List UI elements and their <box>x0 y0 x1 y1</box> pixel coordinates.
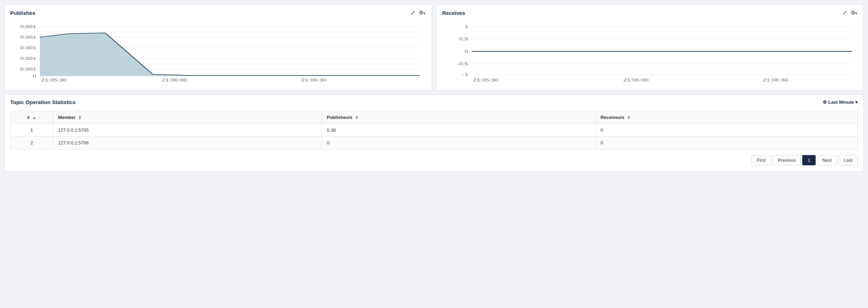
pagination: First Previous 1 Next Last <box>10 155 858 165</box>
col-header-member[interactable]: Member ⇕ <box>53 111 322 124</box>
publishes-gear-icon[interactable]: ⚙▾ <box>418 9 426 17</box>
svg-text:0.001: 0.001 <box>20 67 36 71</box>
cell-member: 127.0.0.1:5706 <box>53 137 322 149</box>
receives-gear-icon[interactable]: ⚙▾ <box>850 9 858 17</box>
receives-expand-icon[interactable]: ⤢ <box>842 9 848 17</box>
col-header-num[interactable]: # ▲ <box>11 111 53 124</box>
svg-text:0: 0 <box>465 49 468 53</box>
stats-panel: Topic Operation Statistics ⚙ Last Minute… <box>4 95 864 171</box>
cell-receives: 0 <box>595 124 857 137</box>
publishes-chart-title: Publishes <box>10 10 35 16</box>
previous-button[interactable]: Previous <box>772 155 801 165</box>
svg-text:21:06:00: 21:06:00 <box>623 78 649 82</box>
col-receives-sort-icon: ⇕ <box>627 115 630 120</box>
stats-panel-title: Topic Operation Statistics <box>10 99 76 105</box>
svg-text:0: 0 <box>33 74 36 78</box>
receives-svg: 1 0.5 0 -0.5 -1 21:05:30 21:06:00 21:06:… <box>442 19 858 83</box>
first-button[interactable]: First <box>752 155 771 165</box>
publishes-chart-panel: Publishes ⤢ ⚙▾ 0.001 0.001 0.001 <box>4 4 432 90</box>
last-minute-button[interactable]: ⚙ Last Minute ▾ <box>823 99 858 105</box>
svg-text:-0.5: -0.5 <box>457 62 468 66</box>
table-row: 2 127.0.0.1:5706 0 0 <box>11 137 858 149</box>
cell-receives: 0 <box>595 137 857 149</box>
col-header-publishes[interactable]: Publishes/s ⇕ <box>322 111 596 124</box>
current-page-button[interactable]: 1 <box>802 155 815 165</box>
svg-text:1: 1 <box>465 24 468 29</box>
svg-text:21:06:30: 21:06:30 <box>301 78 327 82</box>
last-minute-dropdown-icon: ▾ <box>855 99 858 105</box>
last-minute-label: Last Minute <box>828 99 854 105</box>
stats-table: # ▲ Member ⇕ Publishes/s ⇕ Receives/s ⇕ <box>10 111 858 149</box>
next-button[interactable]: Next <box>817 155 837 165</box>
col-num-sort-icon: ▲ <box>32 115 36 120</box>
cell-member: 127.0.0.1:5705 <box>53 124 322 137</box>
svg-text:0.5: 0.5 <box>459 37 468 41</box>
cell-publishes: 0 <box>322 137 596 149</box>
cell-num: 2 <box>11 137 53 149</box>
receives-chart-panel: Receives ⤢ ⚙▾ 1 0.5 0 -0.5 <box>436 4 864 90</box>
publishes-expand-icon[interactable]: ⤢ <box>410 9 416 17</box>
col-publishes-sort-icon: ⇕ <box>355 115 358 120</box>
svg-text:21:05:30: 21:05:30 <box>41 78 66 82</box>
gear-filter-icon: ⚙ <box>823 99 827 105</box>
last-button[interactable]: Last <box>838 155 858 165</box>
svg-text:21:06:30: 21:06:30 <box>763 78 788 82</box>
svg-text:0.001: 0.001 <box>20 56 36 61</box>
col-header-receives[interactable]: Receives/s ⇕ <box>595 111 857 124</box>
svg-marker-11 <box>40 33 420 76</box>
receives-chart-title: Receives <box>442 10 465 16</box>
svg-text:21:05:30: 21:05:30 <box>473 78 498 82</box>
cell-publishes: 0.38 <box>322 124 596 137</box>
svg-text:0.001: 0.001 <box>20 46 36 50</box>
svg-text:0.001: 0.001 <box>20 35 36 39</box>
publishes-svg: 0.001 0.001 0.001 0.001 0.001 0 21:05:30… <box>10 19 426 83</box>
svg-text:0.001: 0.001 <box>20 24 36 29</box>
svg-text:-1: -1 <box>462 72 468 76</box>
svg-text:21:06:00: 21:06:00 <box>162 78 187 82</box>
col-member-sort-icon: ⇕ <box>78 115 81 120</box>
cell-num: 1 <box>11 124 53 137</box>
table-row: 1 127.0.0.1:5705 0.38 0 <box>11 124 858 137</box>
